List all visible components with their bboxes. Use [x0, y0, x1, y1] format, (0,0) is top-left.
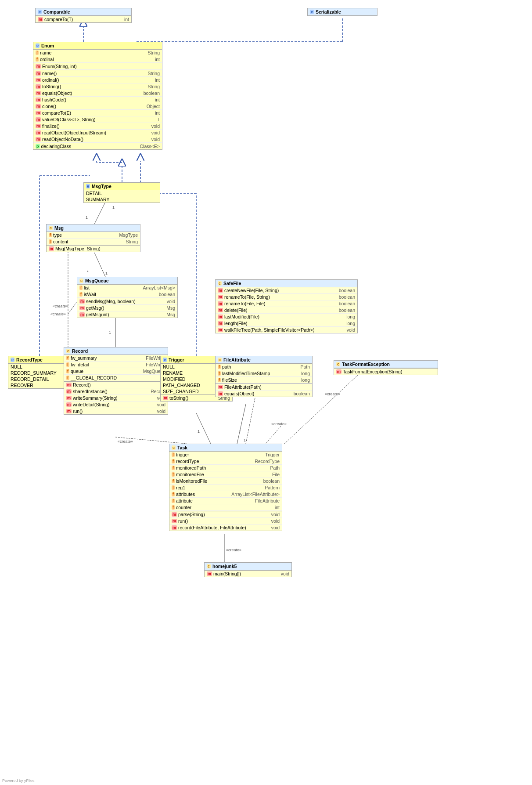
svg-line-35: [266, 426, 281, 444]
enum-header: e Enum: [33, 42, 162, 50]
safefile-box: c SafeFile mcreateNewFile(File, String) …: [215, 279, 358, 333]
msgtype-header: e MsgType: [84, 183, 160, 190]
task-box: c Task ftrigger Trigger frecordType Reco…: [169, 444, 282, 531]
fileattribute-box: c FileAttribute fpath Path flastModified…: [215, 356, 313, 397]
homejunk5-header: c homejunk5: [205, 563, 291, 570]
task-header: c Task: [169, 444, 282, 452]
svg-text:«create»: «create»: [226, 548, 241, 552]
msgtype-box: e MsgType DETAIL SUMMARY: [83, 182, 160, 203]
record-title: Record: [72, 348, 88, 354]
svg-line-16: [94, 202, 105, 224]
svg-text:1: 1: [86, 215, 88, 220]
enum-field-name: fname String: [33, 50, 162, 56]
record-box: c Record ffw_summary FileWriter ffw_deta…: [64, 347, 168, 415]
svg-text:«create»: «create»: [271, 422, 287, 426]
svg-text:«create»: «create»: [53, 304, 68, 308]
comparable-header: e Comparable: [36, 8, 131, 16]
svg-text:*: *: [239, 429, 241, 434]
fileattribute-header: c FileAttribute: [216, 356, 312, 364]
record-header: c Record: [64, 347, 168, 355]
homejunk5-title: homejunk5: [212, 564, 237, 569]
svg-text:1: 1: [105, 271, 108, 275]
comparable-method-1: mcompareTo(T) int: [36, 16, 131, 22]
svg-text:«create»: «create»: [118, 439, 133, 444]
msgqueue-header: c MsgQueue: [77, 277, 177, 285]
enum-method-name: mname() String: [33, 70, 162, 77]
recordtype-box: e RecordType NULL RECORD_SUMMARY RECORD_…: [8, 356, 73, 389]
icon-m: m: [38, 17, 43, 22]
svg-line-29: [196, 413, 211, 444]
comparable-box: e Comparable mcompareTo(T) int: [35, 8, 132, 23]
safefile-header: c SafeFile: [216, 280, 357, 287]
serializable-header: e Serializable: [308, 8, 377, 16]
msg-box: c Msg ftype MsgType fcontent String mMsg…: [46, 224, 140, 252]
svg-text:1: 1: [112, 205, 115, 210]
svg-text:«create»: «create»: [50, 312, 66, 316]
enum-box: e Enum fname String fordinal int mEnum(S…: [33, 42, 162, 150]
recordtype-header: e RecordType: [8, 356, 72, 364]
msg-title: Msg: [54, 225, 64, 231]
enum-title: Enum: [41, 43, 54, 48]
svg-text:1: 1: [244, 438, 246, 442]
enum-field-ordinal: fordinal int: [33, 56, 162, 63]
watermark: Powered by yFiles: [2, 778, 35, 783]
svg-line-18: [94, 253, 105, 277]
svg-text:1: 1: [109, 330, 111, 335]
msgtype-summary: SUMMARY: [84, 196, 160, 203]
serializable-title: Serializable: [316, 9, 341, 14]
msgtype-detail: DETAIL: [84, 190, 160, 196]
task-title: Task: [177, 445, 187, 450]
serializable-icon: e: [310, 10, 314, 14]
recordtype-title: RecordType: [16, 357, 43, 362]
svg-line-27: [115, 437, 187, 444]
msgqueue-title: MsgQueue: [85, 278, 109, 283]
taskformatexception-header: c TaskFormatException: [334, 361, 438, 368]
trigger-title: Trigger: [169, 357, 184, 362]
enum-icon: e: [36, 43, 40, 48]
safefile-title: SafeFile: [223, 281, 241, 286]
svg-text:«create»: «create»: [325, 392, 340, 396]
homejunk5-box: c homejunk5 mmain(String[]) void: [204, 562, 292, 577]
taskformatexception-title: TaskFormatException: [342, 362, 390, 367]
comparable-icon: e: [38, 10, 42, 14]
fileattribute-title: FileAttribute: [223, 357, 251, 362]
svg-line-32: [237, 404, 246, 444]
comparable-title: Comparable: [43, 9, 70, 14]
task-counter-row: fcounter int: [169, 504, 282, 511]
svg-text:1: 1: [198, 429, 200, 434]
serializable-box: e Serializable: [307, 8, 377, 16]
diagram-container: 1 * 1 1 «create» 1 «create» 1 * 1 «creat…: [0, 0, 532, 785]
msgtype-title: MsgType: [92, 184, 111, 189]
taskformatexception-box: c TaskFormatException mTaskFormatExcepti…: [334, 360, 438, 375]
msgqueue-box: c MsgQueue flist ArrayList<Msg> fisWait …: [77, 277, 178, 318]
msg-header: c Msg: [47, 224, 140, 232]
enum-constructor: mEnum(String, int): [33, 63, 162, 70]
svg-text:*: *: [87, 270, 89, 274]
